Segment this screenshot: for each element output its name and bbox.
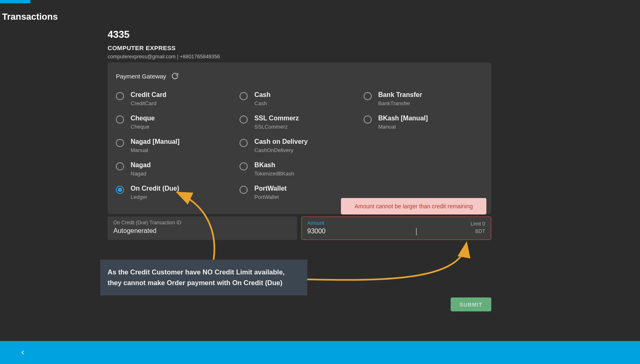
gateway-title: SSL Commerz (254, 115, 299, 122)
gateway-title: PortWallet (254, 185, 287, 192)
gateway-text: Credit CardCreditCard (131, 91, 166, 106)
transaction-id-value: Autogenerated (113, 227, 291, 235)
gateway-subtitle: PortWallet (254, 194, 287, 200)
radio-icon[interactable] (116, 115, 124, 124)
panel-title: Payment Gateway (116, 73, 166, 80)
gateway-option[interactable]: Credit CardCreditCard (116, 89, 235, 112)
accent-strip (0, 0, 30, 3)
gateway-title: Cheque (131, 115, 155, 122)
gateway-text: BKashTokenizedBKash (254, 161, 294, 177)
customer-name: COMPUTER EXPRESS (108, 44, 220, 51)
gateway-title: BKash (254, 161, 294, 169)
gateway-subtitle: Manual (131, 147, 180, 153)
gateway-subtitle: Cheque (131, 124, 155, 130)
gateway-subtitle: Ledger (131, 194, 179, 200)
gateway-option[interactable]: CashCash (239, 89, 359, 112)
annotation-note: As the Credit Customer have NO Credit Li… (100, 260, 307, 295)
gateway-title: Bank Transfer (378, 91, 422, 99)
amount-label: Amount (307, 220, 485, 226)
amount-field[interactable]: Amount Limit 0 BDT (301, 217, 491, 240)
gateway-column-2: CashCashSSL CommerzSSLCommerzCash on Del… (239, 89, 359, 206)
gateway-subtitle: Cash (254, 100, 270, 106)
radio-icon[interactable] (116, 139, 124, 147)
radio-icon[interactable] (239, 92, 248, 100)
gateway-text: SSL CommerzSSLCommerz (254, 115, 299, 130)
radio-icon[interactable] (116, 162, 124, 170)
transaction-id-field: On Credit (Due) Transaction ID Autogener… (108, 217, 297, 240)
gateway-option[interactable]: Cash on DeliveryCashOnDelivery (239, 136, 359, 159)
gateway-title: Cash on Delivery (254, 138, 308, 145)
radio-icon[interactable] (364, 115, 372, 124)
radio-icon[interactable] (116, 186, 124, 194)
amount-limit-label: Limit 0 (471, 220, 485, 228)
gateway-text: NagadNagad (131, 161, 151, 177)
refresh-icon[interactable] (171, 72, 179, 80)
gateway-title: BKash [Manual] (378, 115, 428, 122)
gateway-option[interactable]: NagadNagad (116, 159, 235, 182)
gateway-text: Bank TransferBankTransfer (378, 91, 422, 106)
gateway-text: Cash on DeliveryCashOnDelivery (254, 138, 308, 153)
gateway-title: Credit Card (131, 91, 166, 99)
customer-contact: computerexpress@gmail.com | +88017658493… (108, 54, 220, 60)
back-button[interactable] (0, 341, 45, 364)
gateway-option[interactable]: Bank TransferBankTransfer (364, 89, 483, 112)
gateway-text: BKash [Manual]Manual (378, 115, 428, 130)
gateway-text: ChequeCheque (131, 115, 155, 130)
radio-icon[interactable] (239, 139, 248, 147)
gateway-option[interactable]: BKash [Manual]Manual (364, 112, 483, 136)
gateway-title: On Credit (Due) (131, 185, 179, 192)
submit-button[interactable]: SUBMIT (451, 297, 491, 311)
amount-input[interactable] (307, 228, 414, 235)
gateway-column-1: Credit CardCreditCardChequeChequeNagad [… (116, 89, 235, 206)
gateway-option[interactable]: SSL CommerzSSLCommerz (239, 112, 359, 136)
gateway-text: On Credit (Due)Ledger (131, 185, 179, 200)
radio-icon[interactable] (239, 186, 248, 194)
gateway-text: CashCash (254, 91, 270, 106)
gateway-title: Nagad [Manual] (131, 138, 180, 145)
gateway-option[interactable]: BKashTokenizedBKash (239, 159, 359, 182)
radio-icon[interactable] (116, 92, 124, 100)
gateway-subtitle: Manual (378, 124, 428, 130)
gateway-title: Nagad (131, 161, 151, 169)
transaction-id-label: On Credit (Due) Transaction ID (113, 220, 291, 226)
payment-gateway-panel: Payment Gateway Credit CardCreditCardChe… (108, 62, 491, 214)
gateway-subtitle: SSLCommerz (254, 124, 299, 130)
gateway-subtitle: BankTransfer (378, 100, 422, 106)
page-title: Transactions (2, 12, 58, 22)
amount-meta: Limit 0 BDT (471, 220, 485, 235)
gateway-option[interactable]: ChequeCheque (116, 112, 235, 136)
error-tooltip: Amount cannot be larger than credit rema… (341, 198, 486, 214)
customer-header: 4335 COMPUTER EXPRESS computerexpress@gm… (108, 29, 220, 60)
gateway-text: PortWalletPortWallet (254, 185, 287, 200)
amount-currency: BDT (471, 228, 485, 235)
gateway-text: Nagad [Manual]Manual (131, 138, 180, 153)
radio-icon[interactable] (364, 92, 372, 100)
bottom-bar (0, 341, 640, 364)
error-text: Amount cannot be larger than credit rema… (355, 203, 473, 210)
fields-row: On Credit (Due) Transaction ID Autogener… (108, 217, 491, 240)
gateway-subtitle: CreditCard (131, 100, 166, 106)
gateway-option[interactable]: Nagad [Manual]Manual (116, 136, 235, 159)
gateway-subtitle: Nagad (131, 170, 151, 177)
radio-icon[interactable] (239, 162, 248, 170)
gateway-subtitle: CashOnDelivery (254, 147, 308, 153)
gateway-option[interactable]: On Credit (Due)Ledger (116, 182, 235, 206)
gateway-title: Cash (254, 91, 270, 99)
text-caret (416, 228, 417, 235)
gateway-subtitle: TokenizedBKash (254, 170, 294, 177)
radio-icon[interactable] (239, 115, 248, 124)
gateway-column-3: Bank TransferBankTransferBKash [Manual]M… (364, 89, 483, 206)
annotation-note-text: As the Credit Customer have NO Credit Li… (108, 268, 285, 286)
customer-id: 4335 (108, 29, 220, 40)
